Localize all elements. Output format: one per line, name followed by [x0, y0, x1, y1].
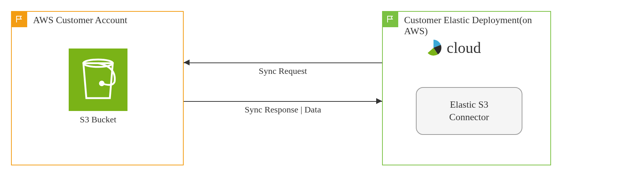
sync-response-label: Sync Response | Data [184, 105, 382, 115]
sync-response-arrowhead [376, 98, 382, 104]
sync-request-label: Sync Request [184, 66, 382, 76]
sync-response-arrow-line [184, 101, 382, 102]
sync-request-arrow-line [184, 62, 382, 63]
elastic-deployment-box: Customer Elastic Deployment(on AWS) clou… [382, 11, 551, 165]
sync-request-arrowhead [184, 60, 190, 65]
s3-bucket-group: S3 Bucket [65, 49, 131, 125]
s3-bucket-label: S3 Bucket [65, 115, 131, 125]
elastic-box-title: Customer Elastic Deployment(on AWS) [404, 15, 550, 37]
s3-bucket-icon [69, 49, 127, 111]
connector-label: Elastic S3 Connector [449, 98, 489, 123]
svg-point-2 [100, 82, 104, 85]
elastic-s3-connector-box: Elastic S3 Connector [416, 87, 522, 135]
flag-icon [382, 11, 398, 27]
cloud-logo: cloud [423, 37, 481, 58]
aws-box-title: AWS Customer Account [33, 15, 127, 26]
cloud-logo-text: cloud [447, 39, 481, 57]
aws-account-box: AWS Customer Account S3 Bucket [11, 11, 184, 165]
elastic-cloud-icon [423, 37, 444, 58]
flag-icon [11, 11, 27, 27]
